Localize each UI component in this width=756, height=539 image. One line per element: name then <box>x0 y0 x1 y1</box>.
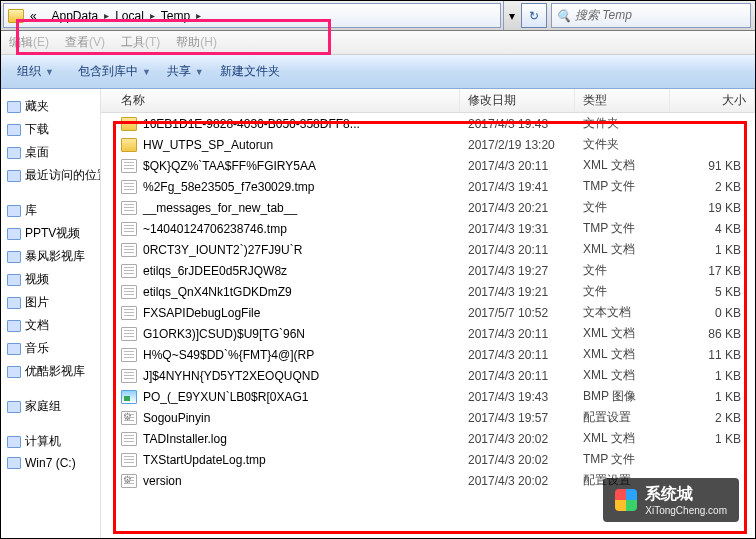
table-row[interactable]: 16EB1D1E-9828-4036-B056-358DFF8...2017/4… <box>101 113 755 134</box>
address-bar[interactable]: « AppData ▸ Local ▸ Temp ▸ <box>3 3 501 28</box>
col-date[interactable]: 修改日期 <box>460 89 575 112</box>
sidebar-item[interactable]: 视频 <box>1 268 100 291</box>
sidebar-item[interactable]: Win7 (C:) <box>1 453 100 473</box>
sidebar-item[interactable]: 下载 <box>1 118 100 141</box>
sidebar-item[interactable]: 家庭组 <box>1 395 100 418</box>
sidebar-item-label: 库 <box>25 202 37 219</box>
file-type: 文本文档 <box>575 304 670 321</box>
col-size[interactable]: 大小 <box>670 89 755 112</box>
sidebar-item[interactable]: 藏夹 <box>1 95 100 118</box>
sidebar-item[interactable]: 桌面 <box>1 141 100 164</box>
search-input[interactable]: 🔍 搜索 Temp <box>551 3 751 28</box>
chevron-right-icon[interactable]: ▸ <box>104 10 109 21</box>
file-date: 2017/5/7 10:52 <box>460 306 575 320</box>
address-history-dropdown[interactable]: ▾ <box>503 1 519 30</box>
file-date: 2017/4/3 20:11 <box>460 243 575 257</box>
file-size: 86 KB <box>670 327 755 341</box>
table-row[interactable]: PO_(_E9YXUN`LB0$R[0XAG12017/4/3 19:43BMP… <box>101 386 755 407</box>
sidebar-item[interactable]: PPTV视频 <box>1 222 100 245</box>
sidebar-item-label: Win7 (C:) <box>25 456 76 470</box>
folder-icon <box>121 138 137 152</box>
file-size: 19 KB <box>670 201 755 215</box>
sidebar-item-label: 家庭组 <box>25 398 61 415</box>
table-row[interactable]: __messages_for_new_tab__2017/4/3 20:21文件… <box>101 197 755 218</box>
sidebar-item[interactable]: 暴风影视库 <box>1 245 100 268</box>
sidebar-item[interactable]: 计算机 <box>1 430 100 453</box>
search-placeholder: 搜索 Temp <box>575 7 632 24</box>
sidebar-item[interactable]: 库 <box>1 199 100 222</box>
file-type: 配置设置 <box>575 472 670 489</box>
file-date: 2017/4/3 19:41 <box>460 180 575 194</box>
table-row[interactable]: G1ORK3)]CSUD)$U9[TG`96N2017/4/3 20:11XML… <box>101 323 755 344</box>
file-name: FXSAPIDebugLogFile <box>143 306 260 320</box>
sidebar-item[interactable]: 文档 <box>1 314 100 337</box>
folder-icon <box>7 147 21 159</box>
tmp-icon <box>121 222 137 236</box>
xml-icon <box>121 327 137 341</box>
sidebar-item[interactable]: 音乐 <box>1 337 100 360</box>
chevron-right-icon[interactable]: ▸ <box>150 10 155 21</box>
sidebar-item-label: 下载 <box>25 121 49 138</box>
file-size: 1 KB <box>670 243 755 257</box>
folder-icon <box>7 366 21 378</box>
table-row[interactable]: HW_UTPS_SP_Autorun2017/2/19 13:20文件夹 <box>101 134 755 155</box>
file-type: 文件夹 <box>575 136 670 153</box>
file-date: 2017/4/3 19:31 <box>460 222 575 236</box>
file-size: 4 KB <box>670 222 755 236</box>
organize-button[interactable]: 组织▼ <box>9 60 62 83</box>
table-row[interactable]: 0RCT3Y_IOUNT2`)27FJ9U`R2017/4/3 20:11XML… <box>101 239 755 260</box>
table-row[interactable]: J]$4NYHN{YD5YT2XEOQUQND2017/4/3 20:11XML… <box>101 365 755 386</box>
file-type: XML 文档 <box>575 157 670 174</box>
table-row[interactable]: H%Q~S49$DD`%{FMT}4@](RP2017/4/3 20:11XML… <box>101 344 755 365</box>
file-type: 文件夹 <box>575 115 670 132</box>
menu-view[interactable]: 查看(V) <box>65 34 105 51</box>
tmp-icon <box>121 180 137 194</box>
breadcrumb-seg-2[interactable]: Temp <box>161 9 190 23</box>
table-row[interactable]: version2017/4/3 20:02配置设置 <box>101 470 755 491</box>
folder-icon <box>7 320 21 332</box>
table-row[interactable]: TXStartUpdateLog.tmp2017/4/3 20:02TMP 文件 <box>101 449 755 470</box>
navigation-sidebar: 藏夹下载桌面最近访问的位置库PPTV视频暴风影视库视频图片文档音乐优酷影视库家庭… <box>1 89 101 539</box>
file-date: 2017/4/3 19:43 <box>460 390 575 404</box>
folder-icon <box>7 228 21 240</box>
menu-tools[interactable]: 工具(T) <box>121 34 160 51</box>
file-date: 2017/4/3 20:11 <box>460 369 575 383</box>
sidebar-item-label: 视频 <box>25 271 49 288</box>
xml-icon <box>121 243 137 257</box>
sidebar-item[interactable]: 优酷影视库 <box>1 360 100 383</box>
table-row[interactable]: TADInstaller.log2017/4/3 20:02XML 文档1 KB <box>101 428 755 449</box>
file-date: 2017/4/3 19:21 <box>460 285 575 299</box>
file-date: 2017/4/3 20:02 <box>460 432 575 446</box>
table-row[interactable]: ~14040124706238746.tmp2017/4/3 19:31TMP … <box>101 218 755 239</box>
file-size: 17 KB <box>670 264 755 278</box>
file-type: XML 文档 <box>575 430 670 447</box>
menu-help[interactable]: 帮助(H) <box>176 34 217 51</box>
file-name: TADInstaller.log <box>143 432 227 446</box>
table-row[interactable]: %2Fg_58e23505_f7e30029.tmp2017/4/3 19:41… <box>101 176 755 197</box>
table-row[interactable]: etilqs_QnX4Nk1tGDKDmZ92017/4/3 19:21文件5 … <box>101 281 755 302</box>
refresh-button[interactable]: ↻ <box>521 3 547 28</box>
menu-edit[interactable]: 编辑(E) <box>9 34 49 51</box>
col-type[interactable]: 类型 <box>575 89 670 112</box>
sidebar-item[interactable]: 最近访问的位置 <box>1 164 100 187</box>
folder-icon <box>7 436 21 448</box>
col-name[interactable]: 名称 <box>101 89 460 112</box>
file-type: XML 文档 <box>575 367 670 384</box>
table-row[interactable]: etilqs_6rJDEE0d5RJQW8z2017/4/3 19:27文件17… <box>101 260 755 281</box>
sidebar-item[interactable]: 图片 <box>1 291 100 314</box>
file-name: 0RCT3Y_IOUNT2`)27FJ9U`R <box>143 243 302 257</box>
chevron-right-icon[interactable]: ▸ <box>196 10 201 21</box>
breadcrumb-seg-0[interactable]: AppData <box>51 9 98 23</box>
include-in-library-button[interactable]: 包含到库中▼ <box>70 60 159 83</box>
folder-icon <box>7 251 21 263</box>
breadcrumb-seg-1[interactable]: Local <box>115 9 144 23</box>
new-folder-button[interactable]: 新建文件夹 <box>212 60 288 83</box>
file-name: HW_UTPS_SP_Autorun <box>143 138 273 152</box>
file-size: 91 KB <box>670 159 755 173</box>
table-row[interactable]: SogouPinyin2017/4/3 19:57配置设置2 KB <box>101 407 755 428</box>
file-name: SogouPinyin <box>143 411 210 425</box>
table-row[interactable]: $QK}QZ%`TAA$FF%FGIRY5AA2017/4/3 20:11XML… <box>101 155 755 176</box>
table-row[interactable]: FXSAPIDebugLogFile2017/5/7 10:52文本文档0 KB <box>101 302 755 323</box>
file-name: %2Fg_58e23505_f7e30029.tmp <box>143 180 314 194</box>
share-button[interactable]: 共享▼ <box>159 60 212 83</box>
